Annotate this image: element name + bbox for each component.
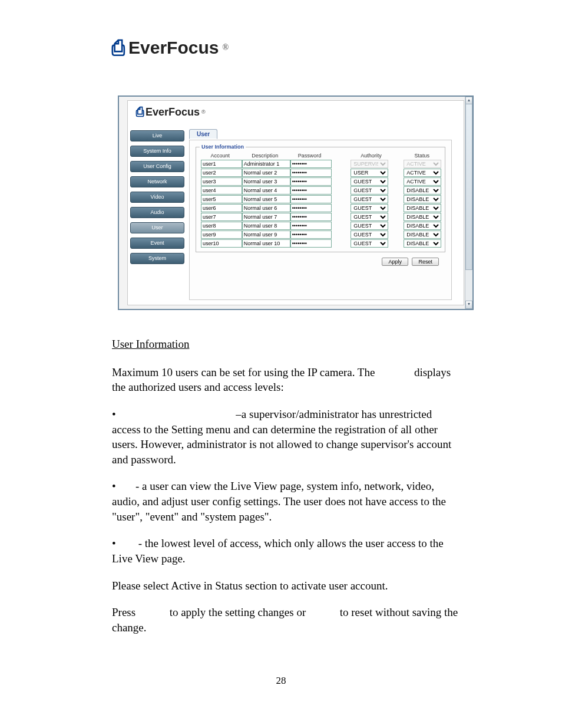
- scrollbar[interactable]: ▴ ▾: [465, 97, 472, 309]
- description-input[interactable]: [242, 160, 290, 168]
- sidebar-item-video[interactable]: Video: [130, 192, 184, 203]
- description-input[interactable]: [242, 222, 290, 230]
- sidebar-item-system-info[interactable]: System Info: [130, 146, 184, 157]
- authority-select[interactable]: GUEST: [351, 204, 388, 212]
- column-header: Authority: [349, 152, 393, 160]
- password-input[interactable]: [290, 239, 332, 248]
- table-row: GUESTDISABLE: [200, 239, 441, 248]
- description-input[interactable]: [242, 204, 290, 212]
- document-body: User Information Maximum 10 users can be…: [112, 337, 462, 635]
- password-input[interactable]: [290, 177, 332, 186]
- password-input[interactable]: [290, 186, 332, 195]
- table-row: GUESTDISABLE: [200, 186, 441, 195]
- column-header: Status: [402, 152, 441, 160]
- status-select[interactable]: DISABLE: [404, 230, 441, 239]
- reset-button[interactable]: Reset: [412, 258, 439, 266]
- description-input[interactable]: [242, 195, 290, 203]
- description-input[interactable]: [242, 230, 290, 239]
- tab-area: User User Information AccountDescription…: [189, 129, 452, 300]
- column-header: Password: [289, 152, 330, 160]
- brand-logo: ⎙ EverFocus ®: [112, 35, 462, 60]
- authority-select[interactable]: USER: [351, 169, 388, 177]
- sidebar-item-event[interactable]: Event: [130, 238, 184, 249]
- sidebar-item-live[interactable]: Live: [130, 130, 184, 141]
- table-row: USERACTIVE: [200, 169, 441, 177]
- authority-select[interactable]: GUEST: [351, 213, 388, 221]
- status-select[interactable]: DISABLE: [404, 239, 441, 248]
- intro-paragraph: Maximum 10 users can be set for using th…: [112, 365, 462, 395]
- description-input[interactable]: [242, 169, 290, 177]
- status-select[interactable]: DISABLE: [404, 186, 441, 195]
- blank-reset: [309, 608, 337, 618]
- account-input[interactable]: [201, 222, 242, 230]
- description-input[interactable]: [242, 213, 290, 221]
- sidebar-item-network[interactable]: Network: [130, 176, 184, 187]
- table-row: GUESTDISABLE: [200, 204, 441, 213]
- description-input[interactable]: [242, 177, 290, 186]
- password-input[interactable]: [290, 230, 332, 239]
- apply-button[interactable]: Apply: [382, 258, 408, 266]
- table-row: GUESTDISABLE: [200, 230, 441, 239]
- column-header: Account: [200, 152, 241, 160]
- authority-select[interactable]: GUEST: [351, 186, 388, 195]
- brand-glyph-icon: ⎙: [112, 35, 125, 60]
- authority-select[interactable]: GUEST: [351, 222, 388, 230]
- account-input[interactable]: [201, 230, 242, 239]
- authority-select[interactable]: GUEST: [351, 239, 388, 248]
- sidebar-item-system[interactable]: System: [130, 253, 184, 264]
- account-input[interactable]: [201, 177, 242, 186]
- password-input[interactable]: [290, 213, 332, 221]
- password-input[interactable]: [290, 222, 332, 230]
- page-number: 28: [0, 675, 562, 687]
- column-header: Description: [241, 152, 289, 160]
- account-input[interactable]: [201, 160, 242, 168]
- status-select[interactable]: DISABLE: [404, 195, 441, 203]
- authority-select[interactable]: GUEST: [351, 230, 388, 239]
- status-select[interactable]: DISABLE: [404, 222, 441, 230]
- tab-user[interactable]: User: [189, 129, 217, 139]
- inner-brand-logo: ⎙ EverFocus ®: [136, 104, 206, 120]
- sidebar-item-user-config[interactable]: User Config: [130, 161, 184, 172]
- description-input[interactable]: [242, 239, 290, 248]
- fieldset-legend: User Information: [200, 144, 246, 150]
- scroll-thumb[interactable]: [465, 104, 472, 270]
- user-information-fieldset: User Information AccountDescriptionPassw…: [196, 144, 445, 252]
- button-row: Apply Reset: [379, 258, 439, 266]
- password-input[interactable]: [290, 160, 332, 168]
- authority-select: SUPERVISOR: [351, 160, 388, 168]
- brand-registered: ®: [222, 43, 229, 52]
- password-input[interactable]: [290, 195, 332, 203]
- account-input[interactable]: [201, 204, 242, 212]
- bullet-supervisor: • Supervisor/Administrator –a supervisor…: [112, 407, 462, 467]
- sidebar-item-audio[interactable]: Audio: [130, 207, 184, 218]
- account-input[interactable]: [201, 169, 242, 177]
- inner-brand-name: EverFocus: [146, 106, 200, 118]
- account-input[interactable]: [201, 195, 242, 203]
- table-row: SUPERVISORACTIVE: [200, 160, 441, 169]
- password-input[interactable]: [290, 204, 332, 212]
- user-table: AccountDescriptionPasswordAuthorityStatu…: [200, 152, 441, 248]
- inner-brand-registered: ®: [201, 109, 206, 115]
- description-input[interactable]: [242, 186, 290, 195]
- password-input[interactable]: [290, 169, 332, 177]
- inner-brand-glyph-icon: ⎙: [136, 104, 144, 120]
- status-select: ACTIVE: [404, 160, 441, 168]
- authority-select[interactable]: GUEST: [351, 177, 388, 186]
- status-select[interactable]: ACTIVE: [404, 177, 441, 186]
- brand-name: EverFocus: [128, 38, 219, 58]
- table-row: GUESTDISABLE: [200, 213, 441, 222]
- status-select[interactable]: DISABLE: [404, 204, 441, 212]
- account-input[interactable]: [201, 186, 242, 195]
- sidebar-item-user[interactable]: User: [130, 222, 184, 233]
- status-select[interactable]: ACTIVE: [404, 169, 441, 177]
- table-row: GUESTDISABLE: [200, 195, 441, 204]
- account-input[interactable]: [201, 239, 242, 248]
- press-paragraph: Press to apply the setting changes or to…: [112, 605, 462, 635]
- scroll-down-icon[interactable]: ▾: [465, 301, 472, 309]
- status-select[interactable]: DISABLE: [404, 213, 441, 221]
- authority-select[interactable]: GUEST: [351, 195, 388, 203]
- sidebar: LiveSystem InfoUser ConfigNetworkVideoAu…: [130, 130, 184, 268]
- tab-body: User Information AccountDescriptionPassw…: [189, 140, 452, 300]
- section-heading: User Information: [112, 337, 462, 352]
- account-input[interactable]: [201, 213, 242, 221]
